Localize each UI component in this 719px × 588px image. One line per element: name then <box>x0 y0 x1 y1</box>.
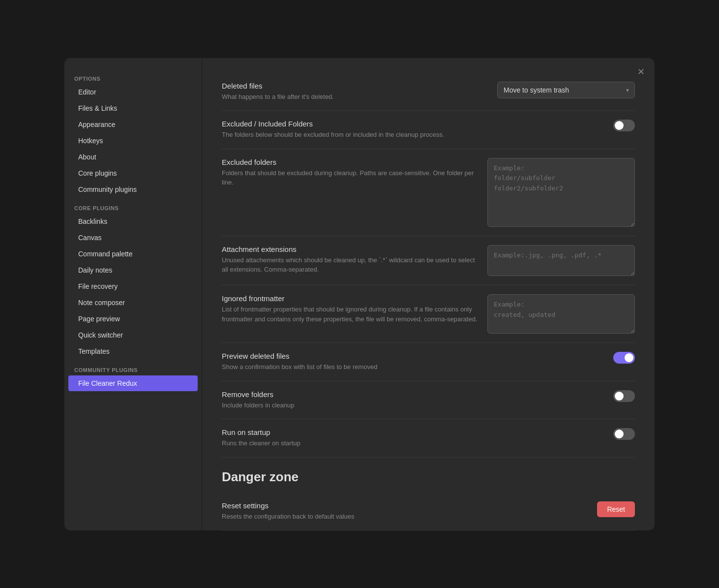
attachment-extensions-textarea[interactable] <box>487 245 635 277</box>
sidebar-item-command-palette[interactable]: Command palette <box>68 246 198 262</box>
setting-title-reset: Reset settings <box>222 501 587 510</box>
setting-desc-remove-folders: Include folders in cleanup <box>222 401 603 410</box>
sidebar-item-file-recovery[interactable]: File recovery <box>68 279 198 294</box>
setting-info-remove-folders: Remove folders Include folders in cleanu… <box>222 390 603 410</box>
setting-control-ignored-frontmatter <box>487 294 635 334</box>
toggle-preview-deleted[interactable] <box>613 352 635 364</box>
toggle-remove-folders[interactable] <box>613 390 635 402</box>
setting-reset: Reset settings Resets the configuration … <box>222 493 635 530</box>
sidebar-item-editor[interactable]: Editor <box>68 84 198 100</box>
sidebar-item-templates[interactable]: Templates <box>68 343 198 359</box>
setting-info-excluded-included: Excluded / Included Folders The folders … <box>222 120 603 140</box>
reset-button[interactable]: Reset <box>597 501 635 517</box>
toggle-remove-folders-slider <box>613 390 635 402</box>
toggle-preview-deleted-slider <box>613 352 635 364</box>
setting-title-attachment-extensions: Attachment extensions <box>222 245 478 253</box>
setting-info-ignored-frontmatter: Ignored frontmatter List of frontmatter … <box>222 294 478 324</box>
setting-info-attachment-extensions: Attachment extensions Unused attachement… <box>222 245 478 275</box>
setting-control-attachment-extensions <box>487 245 635 277</box>
setting-desc-attachment-extensions: Unused attachements which should be clea… <box>222 255 478 275</box>
setting-desc-excluded-folders: Folders that should be excluded during c… <box>222 168 478 187</box>
sidebar-item-quick-switcher[interactable]: Quick switcher <box>68 327 198 343</box>
setting-control-excluded-included <box>613 120 635 131</box>
setting-remove-folders: Remove folders Include folders in cleanu… <box>222 381 635 420</box>
sidebar-item-about[interactable]: About <box>68 149 198 165</box>
sidebar-item-page-preview[interactable]: Page preview <box>68 311 198 327</box>
community-plugins-section-label: Community plugins <box>64 363 202 375</box>
sidebar-item-hotkeys[interactable]: Hotkeys <box>68 133 198 149</box>
toggle-run-startup[interactable] <box>613 428 635 440</box>
sidebar-item-daily-notes[interactable]: Daily notes <box>68 262 198 278</box>
main-content: Deleted files What happens to a file aft… <box>202 58 655 530</box>
setting-desc-deleted-files: What happens to a file after it's delete… <box>222 92 487 102</box>
setting-info-preview-deleted: Preview deleted files Show a confirmatio… <box>222 352 603 372</box>
sidebar-item-core-plugins[interactable]: Core plugins <box>68 165 198 181</box>
toggle-run-startup-slider <box>613 428 635 440</box>
setting-control-excluded-folders <box>487 158 635 227</box>
setting-control-preview-deleted <box>613 352 635 364</box>
setting-control-remove-folders <box>613 390 635 402</box>
setting-title-ignored-frontmatter: Ignored frontmatter <box>222 294 478 303</box>
setting-info-reset: Reset settings Resets the configuration … <box>222 501 587 522</box>
deleted-files-dropdown[interactable]: Move to system trash Move to Obsidian tr… <box>497 82 635 98</box>
setting-title-preview-deleted: Preview deleted files <box>222 352 603 360</box>
options-section-label: Options <box>64 72 202 84</box>
setting-info-excluded-folders: Excluded folders Folders that should be … <box>222 158 478 187</box>
setting-title-excluded-included: Excluded / Included Folders <box>222 120 603 128</box>
setting-run-startup: Run on startup Runs the cleaner on start… <box>222 419 635 458</box>
sidebar-item-canvas[interactable]: Canvas <box>68 230 198 246</box>
core-plugins-section-label: Core plugins <box>64 201 202 213</box>
setting-title-run-startup: Run on startup <box>222 428 603 436</box>
dropdown-wrapper-deleted-files: Move to system trash Move to Obsidian tr… <box>497 82 635 98</box>
sidebar-item-note-composer[interactable]: Note composer <box>68 295 198 310</box>
setting-info-run-startup: Run on startup Runs the cleaner on start… <box>222 428 603 448</box>
setting-preview-deleted: Preview deleted files Show a confirmatio… <box>222 343 635 381</box>
sidebar-item-appearance[interactable]: Appearance <box>68 117 198 132</box>
danger-zone-heading: Danger zone <box>222 469 635 485</box>
setting-title-excluded-folders: Excluded folders <box>222 158 478 166</box>
settings-modal: ✕ Options Editor Files & Links Appearanc… <box>64 58 655 530</box>
setting-desc-preview-deleted: Show a confirmation box with list of fil… <box>222 362 603 372</box>
setting-desc-ignored-frontmatter: List of frontmatter properties that shou… <box>222 305 478 324</box>
setting-info-deleted-files: Deleted files What happens to a file aft… <box>222 82 487 102</box>
setting-control-deleted-files: Move to system trash Move to Obsidian tr… <box>497 82 635 98</box>
setting-title-remove-folders: Remove folders <box>222 390 603 399</box>
sidebar: Options Editor Files & Links Appearance … <box>64 58 202 530</box>
setting-excluded-included: Excluded / Included Folders The folders … <box>222 111 635 149</box>
setting-control-run-startup <box>613 428 635 440</box>
sidebar-item-community-plugins[interactable]: Community plugins <box>68 182 198 197</box>
setting-control-reset: Reset <box>597 501 635 517</box>
toggle-excluded-included-slider <box>613 120 635 131</box>
setting-desc-reset: Resets the configuration back to default… <box>222 512 587 522</box>
setting-desc-run-startup: Runs the cleaner on startup <box>222 438 603 448</box>
setting-desc-excluded-included: The folders below should be excluded fro… <box>222 130 603 140</box>
ignored-frontmatter-textarea[interactable] <box>487 294 635 334</box>
setting-title-deleted-files: Deleted files <box>222 82 487 90</box>
setting-ignored-frontmatter: Ignored frontmatter List of frontmatter … <box>222 285 635 343</box>
toggle-excluded-included[interactable] <box>613 120 635 131</box>
sidebar-item-backlinks[interactable]: Backlinks <box>68 214 198 229</box>
sidebar-item-files-links[interactable]: Files & Links <box>68 100 198 116</box>
setting-excluded-folders: Excluded folders Folders that should be … <box>222 149 635 236</box>
setting-deleted-files: Deleted files What happens to a file aft… <box>222 73 635 111</box>
close-button[interactable]: ✕ <box>634 65 648 79</box>
setting-attachment-extensions: Attachment extensions Unused attachement… <box>222 236 635 286</box>
excluded-folders-textarea[interactable] <box>487 158 635 227</box>
sidebar-item-file-cleaner-redux[interactable]: File Cleaner Redux <box>68 375 198 391</box>
